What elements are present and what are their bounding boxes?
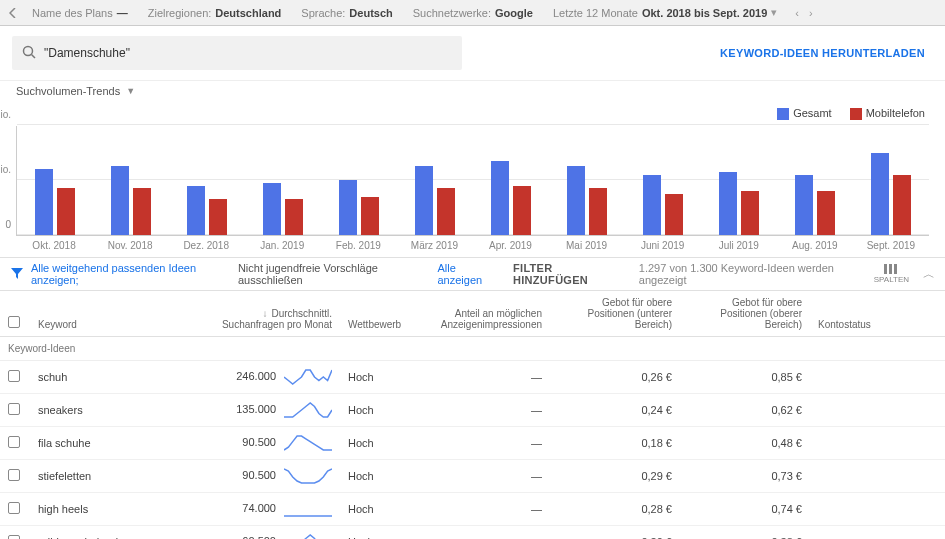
- cell-avg-searches: 246.000: [200, 361, 340, 394]
- select-all-checkbox[interactable]: [8, 316, 20, 328]
- row-checkbox[interactable]: [8, 469, 20, 481]
- x-tick-label: März 2019: [396, 240, 472, 251]
- col-impression-share[interactable]: Anteil an möglichen Anzeigenimpressionen: [420, 291, 550, 337]
- prev-period-icon[interactable]: ‹: [795, 7, 799, 19]
- chart-bar: [339, 180, 357, 235]
- chart-bar: [209, 199, 227, 235]
- row-checkbox[interactable]: [8, 370, 20, 382]
- cell-competition: Hoch: [340, 394, 420, 427]
- chart-bar: [741, 191, 759, 235]
- row-checkbox[interactable]: [8, 502, 20, 514]
- result-count: 1.297 von 1.300 Keyword-Ideen werden ang…: [639, 262, 868, 286]
- chart-bar: [491, 161, 509, 235]
- col-keyword[interactable]: Keyword: [30, 291, 200, 337]
- cell-status: [810, 526, 945, 539]
- search-networks[interactable]: Suchnetzwerke: Google: [405, 7, 541, 19]
- row-checkbox[interactable]: [8, 436, 20, 448]
- table-row[interactable]: sneakers135.000Hoch—0,24 €0,62 €: [0, 394, 945, 427]
- legend-total: Gesamt: [777, 107, 832, 120]
- lang-label: Sprache:: [301, 7, 345, 19]
- cell-bid-high: 0,85 €: [680, 361, 810, 394]
- columns-button[interactable]: SPALTEN: [874, 264, 909, 284]
- col-avg-searches[interactable]: ↓Durchschnittl. Suchanfragen pro Monat: [200, 291, 340, 337]
- cell-competition: Hoch: [340, 526, 420, 539]
- x-tick-label: Nov. 2018: [92, 240, 168, 251]
- language[interactable]: Sprache: Deutsch: [293, 7, 400, 19]
- cell-avg-searches: 74.000: [200, 493, 340, 526]
- keyword-table: Keyword ↓Durchschnittl. Suchanfragen pro…: [0, 291, 945, 539]
- cell-bid-low: 0,18 €: [550, 427, 680, 460]
- chevron-down-icon: ▼: [126, 86, 135, 96]
- cell-avg-searches: 60.500: [200, 526, 340, 539]
- date-range[interactable]: Letzte 12 Monate Okt. 2018 bis Sept. 201…: [545, 6, 785, 19]
- back-icon[interactable]: [6, 8, 20, 18]
- row-checkbox[interactable]: [8, 535, 20, 539]
- col-bid-high[interactable]: Gebot für obere Positionen (oberer Berei…: [680, 291, 810, 337]
- x-tick-label: Aug. 2019: [777, 240, 853, 251]
- cell-keyword: high heels: [30, 493, 200, 526]
- collapse-icon[interactable]: ︿: [923, 266, 935, 283]
- chart-bar: [817, 191, 835, 235]
- chart-bar: [665, 194, 683, 235]
- trends-dropdown[interactable]: Suchvolumen-Trends ▼: [0, 80, 945, 105]
- y-tick-label: 2 Mio.: [0, 164, 17, 175]
- svg-rect-2: [884, 264, 887, 274]
- x-tick-label: Sept. 2019: [853, 240, 929, 251]
- chart-bar: [35, 169, 53, 235]
- target-regions[interactable]: Zielregionen: Deutschland: [140, 7, 290, 19]
- table-row[interactable]: high heels74.000Hoch—0,28 €0,74 €: [0, 493, 945, 526]
- sparkline-icon: [284, 467, 332, 485]
- col-competition[interactable]: Wettbewerb: [340, 291, 420, 337]
- svg-point-0: [24, 47, 33, 56]
- cell-keyword: schuh: [30, 361, 200, 394]
- svg-line-1: [32, 55, 36, 59]
- x-tick-label: Juli 2019: [701, 240, 777, 251]
- period-label: Letzte 12 Monate: [553, 7, 638, 19]
- plan-name[interactable]: Name des Plans —: [24, 7, 136, 19]
- table-row[interactable]: stiefeletten90.500Hoch—0,29 €0,73 €: [0, 460, 945, 493]
- chart-legend: Gesamt Mobiltelefon: [16, 105, 929, 126]
- plan-value: —: [117, 7, 128, 19]
- sparkline-icon: [284, 434, 332, 452]
- next-period-icon[interactable]: ›: [809, 7, 813, 19]
- cell-competition: Hoch: [340, 427, 420, 460]
- cell-bid-high: 0,38 €: [680, 526, 810, 539]
- table-row[interactable]: adidas schuhe damen60.500Hoch—0,20 €0,38…: [0, 526, 945, 539]
- chart-bar: [187, 186, 205, 236]
- sparkline-icon: [284, 500, 332, 518]
- cell-status: [810, 460, 945, 493]
- regions-value: Deutschland: [215, 7, 281, 19]
- funnel-icon[interactable]: [10, 266, 25, 282]
- col-bid-low[interactable]: Gebot für obere Positionen (unterer Bere…: [550, 291, 680, 337]
- cell-impression-share: —: [420, 460, 550, 493]
- chart-bar: [57, 188, 75, 235]
- cell-avg-searches: 90.500: [200, 427, 340, 460]
- chart-bar: [871, 153, 889, 236]
- table-row[interactable]: fila schuhe90.500Hoch—0,18 €0,48 €: [0, 427, 945, 460]
- table-row[interactable]: schuh246.000Hoch—0,26 €0,85 €: [0, 361, 945, 394]
- cell-impression-share: —: [420, 493, 550, 526]
- chart-bar: [643, 175, 661, 236]
- cell-competition: Hoch: [340, 460, 420, 493]
- download-ideas-link[interactable]: KEYWORD-IDEEN HERUNTERLADEN: [720, 47, 933, 59]
- col-account-status[interactable]: Kontostatus: [810, 291, 945, 337]
- keyword-search[interactable]: [12, 36, 462, 70]
- y-tick-label: 0: [5, 219, 17, 230]
- show-all-link[interactable]: Alle anzeigen: [437, 262, 499, 286]
- search-input[interactable]: [44, 46, 452, 60]
- add-filter-button[interactable]: FILTER HINZUFÜGEN: [513, 262, 623, 286]
- chart-bar: [263, 183, 281, 235]
- square-icon: [777, 108, 789, 120]
- row-checkbox[interactable]: [8, 403, 20, 415]
- cell-bid-low: 0,29 €: [550, 460, 680, 493]
- settings-bar: Name des Plans — Zielregionen: Deutschla…: [0, 0, 945, 26]
- search-icon: [22, 45, 36, 61]
- svg-rect-3: [889, 264, 892, 274]
- group-header: Keyword-Ideen: [0, 337, 945, 361]
- cell-status: [810, 361, 945, 394]
- x-tick-label: Jan. 2019: [244, 240, 320, 251]
- cell-avg-searches: 135.000: [200, 394, 340, 427]
- cell-bid-high: 0,48 €: [680, 427, 810, 460]
- show-broad-link[interactable]: Alle weitgehend passenden Ideen anzeigen…: [31, 262, 232, 286]
- chart-bar: [589, 188, 607, 235]
